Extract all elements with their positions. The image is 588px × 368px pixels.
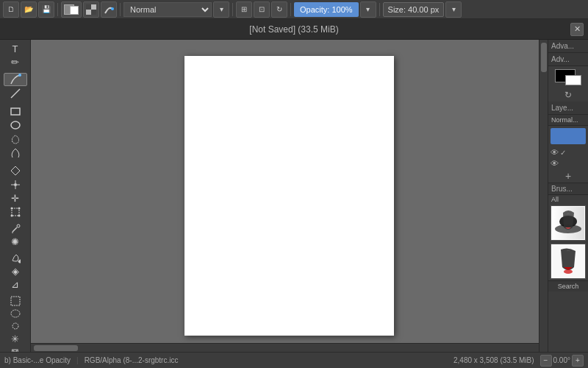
svg-rect-7	[11, 108, 20, 115]
cage-tool[interactable]: ⊠	[4, 346, 27, 352]
freehand-brush-tool[interactable]	[4, 73, 27, 86]
vertical-scrollbar[interactable]	[539, 40, 548, 352]
title-bar: [Not Saved] (33.5 MiB) ✕	[0, 19, 588, 40]
line-tool[interactable]	[4, 87, 27, 100]
svg-point-32	[564, 269, 573, 274]
layer-check-icon[interactable]: ✓	[560, 149, 566, 157]
svg-rect-3	[86, 10, 91, 15]
svg-point-9	[14, 183, 17, 186]
eyedropper-tool[interactable]	[4, 223, 27, 235]
svg-point-16	[18, 208, 20, 210]
text-tool[interactable]: T	[4, 43, 27, 55]
refresh-button[interactable]: ↻	[271, 1, 287, 18]
canvas[interactable]	[184, 56, 394, 336]
vertical-scroll-thumb[interactable]	[541, 43, 547, 72]
refresh-colors-button[interactable]: ↻	[548, 88, 588, 102]
toolbar-separator-5	[379, 3, 380, 16]
svg-point-8	[11, 121, 20, 129]
paint-bucket-tool[interactable]: ✏	[4, 56, 27, 68]
brush-mode-button[interactable]	[101, 1, 117, 18]
smart-patch-tool[interactable]	[4, 164, 27, 177]
blend-mode-arrow[interactable]: ▾	[213, 1, 229, 18]
new-file-button[interactable]: 🗋	[3, 1, 19, 18]
svg-point-25	[12, 323, 18, 329]
brush-all-label: All	[548, 195, 588, 204]
layer-eye-icon[interactable]: 👁	[551, 148, 559, 157]
heal-tool[interactable]: ✺	[4, 236, 27, 248]
top-toolbar: 🗋 📂 💾 Normal Multiply Screen Overlay ▾ ⊞…	[0, 0, 588, 19]
rectangle-tool[interactable]	[4, 105, 27, 118]
layer-visibility-row: 👁 ✓	[548, 146, 588, 158]
layer-title: Laye...	[548, 102, 588, 115]
contiguous-select-tool[interactable]	[4, 146, 27, 160]
svg-rect-1	[91, 10, 96, 15]
color-mode-status: RGB/Alpha (8-...2-srgbtrc.icc	[85, 356, 179, 364]
left-toolbar: T ✏ ✛	[0, 40, 31, 352]
document-title: [Not Saved] (33.5 MiB)	[249, 24, 338, 35]
toolbar-separator-4	[290, 3, 291, 16]
measure-tool[interactable]: ⊿	[4, 278, 27, 291]
status-bar: b) Basic-...e Opacity | RGB/Alpha (8-...…	[0, 352, 588, 368]
layer-visibility-row-2: 👁	[548, 158, 588, 169]
layer-eye-icon-2[interactable]: 👁	[551, 159, 559, 168]
svg-point-19	[17, 224, 20, 227]
svg-point-4	[111, 7, 114, 10]
right-panel: Adva... Adv... ↻ Laye... Normal... 👁 ✓ 👁…	[548, 40, 588, 352]
advanced-sub-title: Adv...	[548, 53, 588, 66]
toolbar-separator-2	[120, 3, 121, 16]
opacity-button[interactable]: Opacity: 100%	[294, 2, 359, 17]
background-color[interactable]	[565, 75, 581, 85]
svg-line-6	[11, 89, 20, 98]
size-arrow[interactable]: ▾	[445, 1, 462, 18]
brush-preview-2[interactable]	[551, 244, 586, 279]
dimensions-status: 2,480 x 3,508 (33.5 MiB)	[453, 356, 534, 364]
brush-preview-1[interactable]	[551, 205, 586, 241]
svg-point-18	[18, 215, 20, 217]
svg-point-24	[11, 310, 20, 317]
brush-search-button[interactable]: Search	[548, 280, 588, 291]
svg-rect-2	[91, 4, 96, 10]
brush-title: Brus...	[548, 183, 588, 195]
multibrush-tool[interactable]	[4, 178, 27, 191]
zoom-in-button[interactable]: +	[572, 355, 584, 367]
zoom-value: 0.00°	[553, 356, 570, 364]
move-tool[interactable]: ✛	[4, 192, 27, 205]
open-file-button[interactable]: 📂	[21, 1, 37, 18]
path-select-tool[interactable]	[4, 320, 27, 332]
blend-mode-select[interactable]: Normal Multiply Screen Overlay	[123, 2, 212, 17]
opacity-arrow[interactable]: ▾	[360, 1, 376, 18]
freehand-select-tool[interactable]	[4, 132, 27, 146]
svg-point-15	[10, 208, 12, 210]
toolbar-separator-3	[232, 3, 233, 16]
svg-rect-23	[11, 297, 20, 305]
color-swatches[interactable]	[555, 69, 581, 85]
close-button[interactable]: ✕	[570, 23, 584, 36]
layer-status: b) Basic-...e Opacity	[4, 356, 71, 364]
canvas-area[interactable]	[31, 40, 548, 352]
transform-tool[interactable]	[4, 205, 27, 219]
save-file-button[interactable]: 💾	[38, 1, 54, 18]
zoom-controls: − 0.00° +	[540, 355, 584, 367]
layer-blend-mode[interactable]: Normal...	[548, 115, 588, 126]
gradient-tool[interactable]: ◈	[4, 265, 27, 277]
status-sep-1: |	[76, 356, 79, 364]
brush-fg-button[interactable]	[83, 1, 99, 18]
sparkle-tool[interactable]: ✳	[4, 333, 27, 345]
svg-line-20	[12, 227, 17, 232]
add-layer-button[interactable]: +	[548, 169, 588, 183]
fg-bg-color-button[interactable]	[61, 1, 82, 18]
fill-tool[interactable]	[4, 252, 27, 264]
zoom-out-button[interactable]: −	[540, 355, 552, 367]
size-button[interactable]: Size: 40.00 px	[383, 2, 445, 17]
ellipse-select-tool[interactable]	[4, 308, 27, 319]
horizontal-scrollbar[interactable]	[31, 343, 539, 352]
advanced-title: Adva...	[548, 40, 588, 53]
link-layers-button[interactable]: ⊡	[254, 1, 270, 18]
svg-point-5	[18, 74, 21, 77]
horizontal-scroll-thumb[interactable]	[34, 345, 78, 351]
lock-alpha-button[interactable]: ⊞	[236, 1, 252, 18]
ellipse-tool[interactable]	[4, 118, 27, 132]
layer-item-active[interactable]	[551, 128, 586, 144]
rect-select-tool[interactable]	[4, 295, 27, 307]
toolbar-separator-1	[57, 3, 58, 16]
